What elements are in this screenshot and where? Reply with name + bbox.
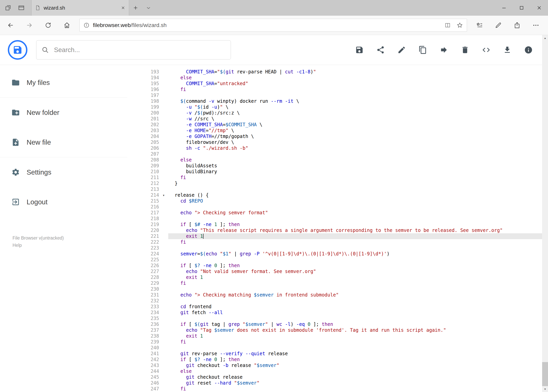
sidebar-item-my-files[interactable]: My files (0, 68, 127, 98)
code-line-200[interactable]: 200 -v /$(pwd):/src:z \ (127, 110, 548, 116)
tab-previews-button[interactable] (18, 5, 25, 11)
move-button[interactable] (440, 46, 448, 54)
code-line-228[interactable]: 228 exit 1 (127, 274, 548, 280)
code-line-246[interactable]: 246 git reset --hard "$semver" (127, 380, 548, 386)
code-line-241[interactable]: 241 git rev-parse --verify --quiet relea… (127, 351, 548, 357)
code-line-202[interactable]: 202 -e COMMIT_SHA=$COMMIT_SHA \ (127, 122, 548, 128)
code-line-213[interactable]: 213 (127, 186, 548, 192)
code-line-207[interactable]: 207 (127, 151, 548, 157)
code-line-226[interactable]: 226 if [ $? -ne 0 ]; then (127, 263, 548, 268)
sidebar-item-new-file[interactable]: New file (0, 127, 127, 157)
code-line-221[interactable]: 221 exit 1 (127, 233, 548, 239)
forward-button[interactable] (20, 16, 39, 35)
code-line-210[interactable]: 210 buildBinary (127, 169, 548, 175)
code-line-245[interactable]: 245 git checkout release (127, 374, 548, 380)
code-line-203[interactable]: 203 -e HOME="//tmp" \ (127, 128, 548, 133)
share-button[interactable] (376, 46, 385, 54)
code-line-208[interactable]: 208 else (127, 157, 548, 163)
code-line-219[interactable]: 219 if [ $# -ne 1 ]; then (127, 222, 548, 227)
tab-close-button[interactable] (121, 6, 125, 10)
scroll-up-arrow-icon[interactable]: ▴ (542, 35, 548, 41)
ink-notes-button[interactable] (489, 16, 508, 35)
code-line-234[interactable]: 234 git fetch --all (127, 310, 548, 315)
code-line-237[interactable]: 237 echo "Tag $semver does not exist in … (127, 327, 548, 333)
search-box[interactable] (36, 40, 231, 59)
sidebar-item-settings[interactable]: Settings (0, 157, 127, 187)
code-line-236[interactable]: 236 if [ $(git tag | grep "$semver" | wc… (127, 321, 548, 327)
sidebar-item-logout[interactable]: Logout (0, 187, 127, 217)
page-scrollbar[interactable]: ▴ ▾ (542, 35, 548, 392)
code-line-218[interactable]: 218 (127, 216, 548, 222)
code-line-195[interactable]: 195 COMMIT_SHA="untracked" (127, 81, 548, 86)
code-line-227[interactable]: 227 echo "Not valid semver format. See s… (127, 268, 548, 274)
hub-button[interactable] (470, 16, 489, 35)
code-line-224[interactable]: 224 semver=$(echo "$1" | grep -P '^v(0|[… (127, 251, 548, 257)
help-link[interactable]: Help (13, 243, 22, 248)
code-line-225[interactable]: 225 (127, 257, 548, 263)
tab-preview-toggle[interactable] (142, 0, 155, 16)
code-line-214[interactable]: 214▾release () { (127, 192, 548, 198)
more-options-button[interactable] (527, 16, 545, 35)
code-line-194[interactable]: 194 else (127, 75, 548, 81)
code-line-206[interactable]: 206 sh -c "./wizard.sh -b" (127, 145, 548, 151)
code-line-205[interactable]: 205 filebrowser/dev \ (127, 139, 548, 145)
code-line-199[interactable]: 199 -u "$(id -u)" \ (127, 104, 548, 110)
scroll-down-arrow-icon[interactable]: ▾ (542, 386, 548, 392)
code-line-196[interactable]: 196 fi (127, 86, 548, 92)
delete-button[interactable] (461, 46, 469, 54)
search-input[interactable] (54, 46, 226, 54)
copy-button[interactable] (418, 46, 427, 54)
code-line-201[interactable]: 201 -w //src \ (127, 116, 548, 122)
code-line-198[interactable]: 198 $(command -v winpty) docker run --rm… (127, 98, 548, 104)
fold-open-icon[interactable]: ▾ (159, 192, 168, 198)
home-button[interactable] (57, 16, 76, 35)
site-info-icon[interactable] (83, 22, 90, 28)
code-line-193[interactable]: 193 COMMIT_SHA="$(git rev-parse HEAD | c… (127, 69, 548, 75)
code-line-235[interactable]: 235 (127, 315, 548, 321)
code-line-211[interactable]: 211 fi (127, 175, 548, 181)
code-line-220[interactable]: 220 echo "This release script requires a… (127, 227, 548, 233)
code-line-242[interactable]: 242 if [ $? -ne 0 ]; then (127, 357, 548, 363)
code-line-212[interactable]: 212} (127, 181, 548, 186)
code-line-231[interactable]: 231 echo "> Checking matching $semver in… (127, 292, 548, 298)
add-favorite-button[interactable] (457, 22, 463, 28)
raw-code-button[interactable] (482, 46, 491, 54)
code-line-230[interactable]: 230 (127, 286, 548, 292)
code-line-197[interactable]: 197 (127, 92, 548, 98)
code-line-243[interactable]: 243 git checkout -b release "$semver" (127, 363, 548, 368)
browser-tab[interactable]: wizard.sh (31, 0, 129, 16)
maximize-button[interactable] (513, 0, 530, 16)
code-line-238[interactable]: 238 exit 1 (127, 333, 548, 339)
code-line-216[interactable]: 216 (127, 204, 548, 210)
code-line-209[interactable]: 209 buildAssets (127, 163, 548, 169)
code-line-217[interactable]: 217 echo "> Checking semver format" (127, 210, 548, 216)
refresh-button[interactable] (39, 16, 57, 35)
sidebar-item-new-folder[interactable]: New folder (0, 98, 127, 127)
code-line-204[interactable]: 204 -e GOPATH=//tmp/gopath \ (127, 133, 548, 139)
scrollbar-thumb[interactable] (542, 362, 548, 386)
minimize-button[interactable] (495, 0, 513, 16)
code-line-232[interactable]: 232 (127, 298, 548, 304)
close-window-button[interactable] (530, 0, 548, 16)
download-button[interactable] (503, 46, 512, 54)
info-button[interactable] (524, 46, 533, 54)
set-tabs-aside-button[interactable] (5, 5, 11, 11)
code-line-222[interactable]: 222 fi (127, 239, 548, 245)
code-line-215[interactable]: 215 cd $REPO (127, 198, 548, 204)
edit-button[interactable] (397, 46, 406, 54)
new-tab-button[interactable] (129, 0, 142, 16)
share-page-button[interactable] (508, 16, 527, 35)
save-button[interactable] (355, 46, 364, 54)
code-line-233[interactable]: 233 cd frontend (127, 304, 548, 310)
code-line-247[interactable]: 247 fi (127, 386, 548, 392)
code-line-239[interactable]: 239 fi (127, 339, 548, 345)
code-line-223[interactable]: 223 (127, 245, 548, 251)
address-bar[interactable]: filebrowser.web/files/wizard.sh (79, 19, 467, 32)
back-button[interactable] (1, 16, 20, 35)
code-line-229[interactable]: 229 fi (127, 280, 548, 286)
app-logo[interactable] (8, 40, 28, 60)
reading-view-button[interactable] (444, 22, 451, 28)
code-line-244[interactable]: 244 else (127, 368, 548, 374)
code-line-240[interactable]: 240 (127, 345, 548, 351)
code-editor[interactable]: 193 COMMIT_SHA="$(git rev-parse HEAD | c… (127, 65, 548, 392)
